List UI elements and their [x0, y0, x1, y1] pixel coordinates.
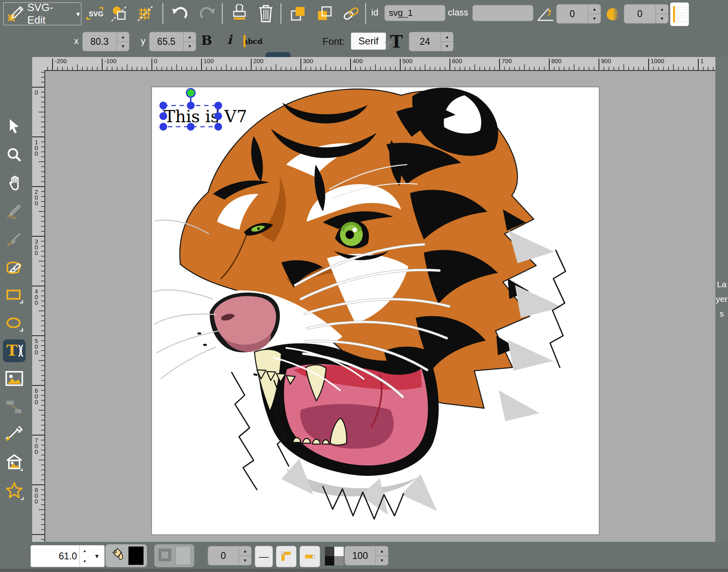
stroke-width-up-arrow[interactable]: ▲	[239, 546, 251, 556]
y-label: y	[141, 36, 145, 46]
y-up-arrow[interactable]: ▲	[184, 32, 196, 42]
ellipse-tool[interactable]	[3, 312, 26, 335]
rect-tool[interactable]	[3, 284, 26, 307]
angle-up-arrow[interactable]: ▲	[588, 4, 601, 14]
left-toolbar: T	[0, 57, 32, 542]
eyedropper-tool[interactable]	[3, 423, 26, 446]
toolbar-separator	[365, 3, 366, 24]
fill-color-swatch[interactable]	[128, 546, 144, 565]
pan-tool[interactable]	[3, 172, 26, 194]
line-tool[interactable]	[3, 228, 26, 251]
undo-button[interactable]	[169, 2, 191, 24]
stroke-dash-button[interactable]: —	[255, 546, 273, 567]
x-up-arrow[interactable]: ▲	[117, 32, 129, 42]
layers-panel-label: Layers	[715, 277, 728, 321]
shape-library-tool[interactable]	[3, 451, 26, 474]
move-to-bottom-button[interactable]	[314, 2, 335, 24]
bottom-toolbar: 61.0 ▲▼ ▼ 0 ▲▼ —	[0, 542, 728, 572]
svg-canvas[interactable]: This is V7	[152, 87, 599, 535]
canvas-text-element[interactable]: This is V7	[164, 107, 247, 126]
zoom-dropdown-caret[interactable]: ▼	[90, 546, 104, 567]
y-down-arrow[interactable]: ▼	[184, 42, 196, 51]
font-family-button[interactable]: Serif	[351, 33, 386, 50]
svg-text:700: 700	[502, 57, 512, 64]
font-size-icon: T T	[385, 31, 406, 52]
stroke-width-spinner[interactable]: 0 ▲▼	[208, 546, 252, 565]
zoom-control[interactable]: 61.0 ▲▼ ▼	[31, 545, 105, 567]
svg-text:T: T	[7, 341, 18, 359]
rotate-handle[interactable]	[186, 89, 195, 97]
clone-stamp-button[interactable]	[228, 2, 250, 24]
zoom-value[interactable]: 61.0	[31, 546, 79, 567]
blur-spinner[interactable]: 0 ▲▼	[624, 4, 669, 24]
x-spinner[interactable]: 80.3 ▲▼	[82, 32, 129, 51]
angle-down-arrow[interactable]: ▼	[588, 14, 601, 24]
y-value[interactable]: 65.5	[149, 32, 183, 51]
layers-panel-toggle[interactable]: Layers	[715, 57, 728, 542]
document-properties-button[interactable]	[108, 2, 130, 24]
panel-accent-bar	[673, 6, 675, 22]
zoom-up-arrow[interactable]: ▲	[80, 546, 90, 556]
svg-text:0: 0	[154, 57, 157, 64]
tiger-artwork[interactable]	[152, 87, 599, 535]
linecap-button[interactable]	[300, 546, 320, 567]
svg-text:500: 500	[35, 337, 38, 356]
move-to-top-button[interactable]	[287, 2, 309, 24]
svg-text:600: 600	[452, 57, 462, 64]
zoom-down-arrow[interactable]: ▼	[80, 556, 90, 567]
select-tool[interactable]	[3, 115, 26, 138]
stroke-color-control[interactable]	[154, 544, 194, 567]
zoom-tool[interactable]	[3, 143, 26, 166]
font-size-value[interactable]: 24	[409, 32, 441, 51]
delete-button[interactable]	[255, 2, 277, 24]
blur-down-arrow[interactable]: ▼	[656, 14, 668, 24]
opacity-down-arrow[interactable]: ▼	[376, 556, 388, 565]
svg-text:600: 600	[35, 387, 38, 405]
redo-button[interactable]	[196, 2, 218, 24]
window-edge	[0, 569, 728, 572]
x-down-arrow[interactable]: ▼	[117, 42, 129, 51]
id-input[interactable]	[384, 5, 445, 21]
font-size-down-arrow[interactable]: ▼	[441, 42, 453, 51]
main-menu-button[interactable]: SVG-Edit ▼	[3, 2, 81, 25]
fill-color-control[interactable]	[105, 544, 147, 567]
opacity-value[interactable]: 100	[345, 546, 375, 565]
text-tool[interactable]: T	[3, 339, 26, 362]
font-label: Font:	[322, 36, 345, 47]
blur-value[interactable]: 0	[624, 4, 656, 23]
italic-button[interactable]: i	[227, 33, 232, 47]
svg-text:1: 1	[700, 57, 704, 64]
path-tool[interactable]	[3, 256, 26, 279]
stroke-width-down-arrow[interactable]: ▼	[239, 556, 251, 565]
x-value[interactable]: 80.3	[83, 32, 116, 51]
rotation-angle-spinner[interactable]: 0 ▲▼	[556, 4, 601, 24]
editor-preferences-button[interactable]	[134, 2, 156, 24]
font-size-up-arrow[interactable]: ▲	[441, 32, 453, 42]
connector-tool[interactable]	[3, 395, 26, 418]
linejoin-button[interactable]	[276, 546, 296, 567]
y-spinner[interactable]: 65.5 ▲▼	[149, 32, 196, 51]
svg-text:100: 100	[35, 139, 38, 157]
pencil-tool[interactable]	[3, 200, 26, 222]
star-tool[interactable]	[3, 479, 26, 502]
main-menu-label: SVG-Edit	[27, 1, 71, 26]
opacity-up-arrow[interactable]: ▲	[376, 546, 388, 556]
opacity-spinner[interactable]: 100 ▲▼	[344, 546, 388, 565]
source-editor-button[interactable]: SVG	[84, 2, 106, 24]
anchor-start-label: abcd	[243, 37, 263, 46]
font-size-spinner[interactable]: 24 ▲▼	[409, 32, 454, 51]
left-ruler: 0100200300400500600700800	[32, 70, 45, 542]
text-anchor-start-button[interactable]: abcd	[242, 30, 264, 52]
menu-caret-icon: ▼	[75, 11, 81, 18]
right-panel-toggle-button[interactable]	[670, 2, 689, 26]
rotation-angle-value[interactable]: 0	[557, 4, 588, 23]
blur-up-arrow[interactable]: ▲	[656, 4, 668, 14]
stroke-width-value[interactable]: 0	[208, 546, 239, 565]
rotation-angle-icon	[536, 3, 555, 25]
image-tool[interactable]	[3, 367, 26, 390]
class-input[interactable]	[472, 5, 533, 21]
svg-text:400: 400	[353, 57, 363, 64]
bold-button[interactable]: B	[201, 33, 212, 48]
link-button[interactable]	[340, 2, 362, 24]
stroke-color-swatch[interactable]	[175, 546, 191, 565]
